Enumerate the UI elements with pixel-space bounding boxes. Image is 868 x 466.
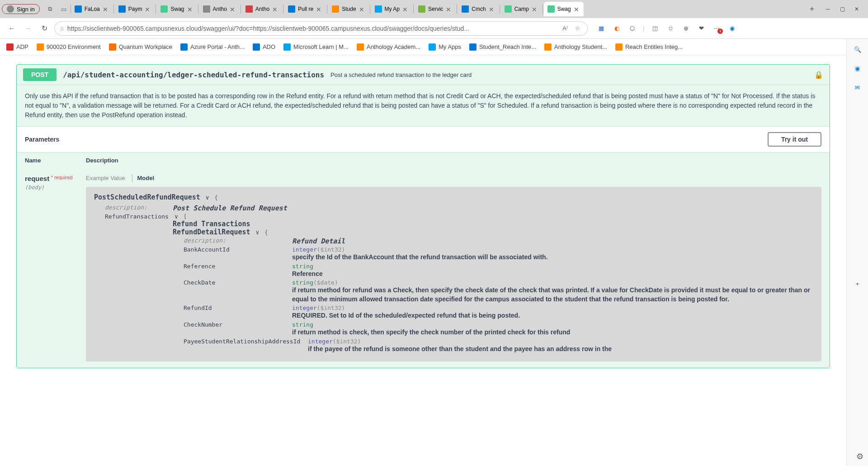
- outlook-sidebar-icon[interactable]: ✉: [853, 82, 863, 92]
- extension-orange-icon[interactable]: ◐: [612, 24, 621, 33]
- tab-actions-icon[interactable]: ▭: [60, 5, 68, 13]
- separator: [283, 5, 283, 14]
- tab-favicon-icon: [462, 5, 469, 13]
- bookmark-item[interactable]: Student_Reach Inte...: [469, 43, 536, 51]
- bookmark-item[interactable]: Quantum Workplace: [109, 43, 172, 51]
- site-info-icon[interactable]: ⌂: [60, 25, 64, 32]
- field-desc: specify the Id of the BankAccount that t…: [292, 253, 813, 262]
- tab-close-icon[interactable]: ✕: [446, 6, 452, 12]
- field-format: ($int32): [317, 246, 345, 253]
- tab-close-icon[interactable]: ✕: [574, 6, 580, 12]
- browser-tab[interactable]: Camp✕: [501, 2, 542, 16]
- split-screen-icon[interactable]: ◫: [651, 24, 660, 33]
- bookmark-favicon-icon: [180, 43, 188, 51]
- tab-close-icon[interactable]: ✕: [359, 6, 365, 12]
- minimize-button[interactable]: ─: [825, 6, 831, 12]
- field-key: CheckDate: [184, 279, 292, 304]
- copilot-sidebar-icon[interactable]: ◉: [853, 63, 863, 73]
- tab-close-icon[interactable]: ✕: [489, 6, 495, 12]
- brace-open: {: [214, 194, 218, 201]
- bookmark-favicon-icon: [109, 43, 116, 51]
- tab-close-icon[interactable]: ✕: [145, 6, 151, 12]
- tab-title: Camp: [514, 6, 529, 12]
- tab-close-icon[interactable]: ✕: [103, 6, 109, 12]
- model-schema-box: PostScheduledRefundRequest ∨ { descripti…: [86, 187, 821, 361]
- maximize-button[interactable]: ▢: [839, 6, 845, 12]
- bookmark-item[interactable]: ADO: [253, 43, 275, 51]
- browser-tab[interactable]: Stude✕: [328, 2, 368, 16]
- tab-close-icon[interactable]: ✕: [532, 6, 538, 12]
- browser-tab[interactable]: Antho✕: [242, 2, 282, 16]
- endpoint-header[interactable]: POST /api/student-accounting/ledger-sche…: [17, 65, 830, 85]
- tab-close-icon[interactable]: ✕: [402, 6, 409, 12]
- lock-icon[interactable]: 🔒: [814, 71, 823, 79]
- tab-close-icon[interactable]: ✕: [230, 6, 236, 12]
- browser-tab[interactable]: Paym✕: [115, 2, 155, 16]
- bookmark-favicon-icon: [6, 43, 14, 51]
- bookmark-item[interactable]: My Apps: [429, 43, 461, 51]
- url-box[interactable]: ⌂ https://sisclientweb-900065.campusnexu…: [54, 21, 588, 36]
- detail-description: Refund Detail: [292, 237, 345, 245]
- bookmark-item[interactable]: 900020 Environment: [37, 43, 101, 51]
- model-tab[interactable]: Model: [132, 175, 154, 182]
- bookmark-label: Microsoft Learn | M...: [293, 43, 349, 50]
- chevron-down-icon[interactable]: ∨: [175, 213, 178, 220]
- bookmark-item[interactable]: Azure Portal - Anth...: [180, 43, 245, 51]
- browser-tab[interactable]: Pull re✕: [284, 2, 326, 16]
- separator: [457, 5, 457, 14]
- refresh-button[interactable]: ↻: [38, 22, 51, 35]
- browser-tab[interactable]: Swag✕: [157, 2, 197, 16]
- add-sidebar-icon[interactable]: +: [853, 279, 863, 289]
- try-it-out-button[interactable]: Try it out: [768, 132, 821, 147]
- required-marker: * required: [51, 175, 73, 180]
- bookmark-item[interactable]: Anthology Academ...: [357, 43, 420, 51]
- performance-icon[interactable]: ❤: [697, 24, 706, 33]
- forward-button[interactable]: →: [22, 22, 34, 35]
- browser-tab[interactable]: Swag✕: [544, 2, 584, 16]
- browser-tab[interactable]: Cmch✕: [458, 2, 498, 16]
- bookmark-item[interactable]: Microsoft Learn | M...: [283, 43, 349, 51]
- field-key: CheckNumber: [184, 321, 292, 337]
- close-button[interactable]: ✕: [854, 6, 860, 12]
- browser-tab[interactable]: My Ap✕: [371, 2, 412, 16]
- favorite-icon[interactable]: ☆: [574, 24, 582, 33]
- model-root-name: PostScheduledRefundRequest: [94, 193, 200, 201]
- extensions-icon[interactable]: ⬡: [627, 24, 637, 33]
- field-key: PayeeStudentRelationshipAddressId: [184, 338, 308, 354]
- back-button[interactable]: ←: [5, 22, 18, 35]
- bookmark-label: Anthology Student...: [554, 43, 607, 50]
- browser-tab[interactable]: Servic✕: [415, 2, 456, 16]
- settings-gear-icon[interactable]: ⚙: [856, 452, 863, 461]
- read-aloud-icon[interactable]: A⁾: [561, 24, 569, 33]
- bookmark-label: Quantum Workplace: [119, 43, 172, 50]
- bookmark-label: Reach Entities Integ...: [625, 43, 683, 50]
- bookmark-item[interactable]: Anthology Student...: [544, 43, 607, 51]
- tab-title: FaLoa: [85, 6, 100, 12]
- browser-tab[interactable]: FaLoa✕: [71, 2, 113, 16]
- bookmark-label: 900020 Environment: [47, 43, 101, 50]
- tab-title: Antho: [213, 6, 227, 12]
- collections-icon[interactable]: ⊕: [681, 24, 690, 33]
- bookmark-favicon-icon: [283, 43, 291, 51]
- new-tab-button[interactable]: +: [806, 3, 818, 15]
- signin-button[interactable]: Sign in: [2, 4, 40, 14]
- tab-favicon-icon: [288, 5, 295, 13]
- tab-close-icon[interactable]: ✕: [316, 6, 322, 12]
- bookmark-item[interactable]: ADP: [6, 43, 28, 51]
- more-icon[interactable]: ⋯1: [712, 24, 721, 33]
- chevron-down-icon[interactable]: ∨: [255, 229, 259, 236]
- tab-close-icon[interactable]: ✕: [272, 6, 278, 12]
- apps-grid-icon[interactable]: ▦: [597, 24, 606, 33]
- example-value-tab[interactable]: Example Value: [86, 175, 125, 182]
- chevron-down-icon[interactable]: ∨: [206, 194, 209, 201]
- favorites-icon[interactable]: ✩: [666, 24, 675, 33]
- browser-tab[interactable]: Antho✕: [199, 2, 240, 16]
- tab-close-icon[interactable]: ✕: [187, 6, 193, 12]
- search-sidebar-icon[interactable]: 🔍: [853, 44, 863, 54]
- copilot-icon[interactable]: ◉: [727, 24, 736, 33]
- workspaces-icon[interactable]: ⧉: [46, 5, 54, 13]
- bookmark-item[interactable]: Reach Entities Integ...: [615, 43, 683, 51]
- bookmark-favicon-icon: [544, 43, 552, 51]
- tab-favicon-icon: [203, 5, 210, 13]
- tab-favicon-icon: [75, 5, 82, 13]
